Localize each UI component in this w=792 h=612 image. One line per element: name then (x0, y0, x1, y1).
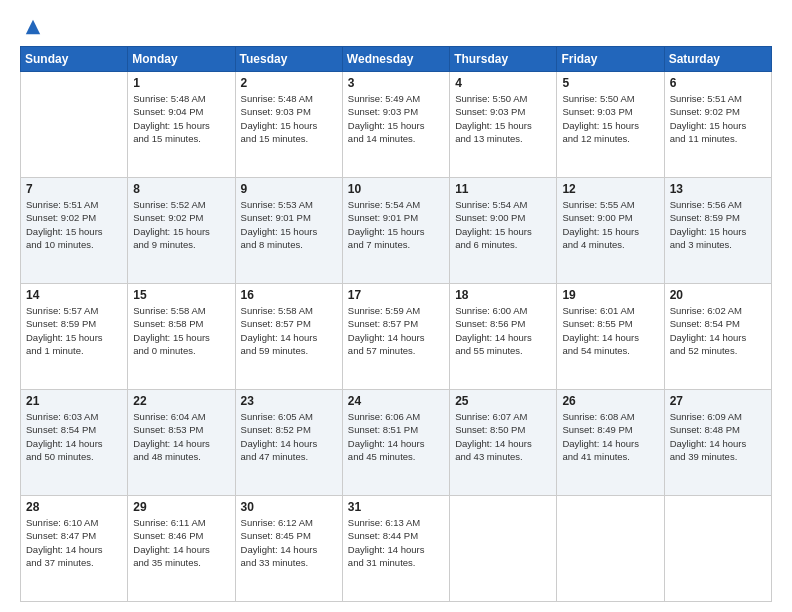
calendar-cell: 14Sunrise: 5:57 AMSunset: 8:59 PMDayligh… (21, 284, 128, 390)
calendar-cell: 26Sunrise: 6:08 AMSunset: 8:49 PMDayligh… (557, 390, 664, 496)
day-info: Sunrise: 5:54 AMSunset: 9:01 PMDaylight:… (348, 198, 444, 251)
weekday-header-monday: Monday (128, 47, 235, 72)
day-number: 24 (348, 394, 444, 408)
calendar-cell: 28Sunrise: 6:10 AMSunset: 8:47 PMDayligh… (21, 496, 128, 602)
day-info: Sunrise: 6:11 AMSunset: 8:46 PMDaylight:… (133, 516, 229, 569)
day-number: 14 (26, 288, 122, 302)
calendar-cell: 29Sunrise: 6:11 AMSunset: 8:46 PMDayligh… (128, 496, 235, 602)
week-row-5: 28Sunrise: 6:10 AMSunset: 8:47 PMDayligh… (21, 496, 772, 602)
calendar-cell: 17Sunrise: 5:59 AMSunset: 8:57 PMDayligh… (342, 284, 449, 390)
day-number: 22 (133, 394, 229, 408)
calendar-table: SundayMondayTuesdayWednesdayThursdayFrid… (20, 46, 772, 602)
calendar-cell: 3Sunrise: 5:49 AMSunset: 9:03 PMDaylight… (342, 72, 449, 178)
calendar-cell: 4Sunrise: 5:50 AMSunset: 9:03 PMDaylight… (450, 72, 557, 178)
weekday-header-saturday: Saturday (664, 47, 771, 72)
day-info: Sunrise: 6:09 AMSunset: 8:48 PMDaylight:… (670, 410, 766, 463)
day-number: 20 (670, 288, 766, 302)
calendar-cell: 1Sunrise: 5:48 AMSunset: 9:04 PMDaylight… (128, 72, 235, 178)
weekday-header-friday: Friday (557, 47, 664, 72)
day-number: 30 (241, 500, 337, 514)
calendar-cell: 31Sunrise: 6:13 AMSunset: 8:44 PMDayligh… (342, 496, 449, 602)
day-info: Sunrise: 6:03 AMSunset: 8:54 PMDaylight:… (26, 410, 122, 463)
day-info: Sunrise: 6:02 AMSunset: 8:54 PMDaylight:… (670, 304, 766, 357)
day-number: 13 (670, 182, 766, 196)
calendar-cell: 13Sunrise: 5:56 AMSunset: 8:59 PMDayligh… (664, 178, 771, 284)
day-info: Sunrise: 6:04 AMSunset: 8:53 PMDaylight:… (133, 410, 229, 463)
day-info: Sunrise: 6:10 AMSunset: 8:47 PMDaylight:… (26, 516, 122, 569)
day-info: Sunrise: 5:53 AMSunset: 9:01 PMDaylight:… (241, 198, 337, 251)
weekday-header-wednesday: Wednesday (342, 47, 449, 72)
calendar-cell (21, 72, 128, 178)
day-number: 17 (348, 288, 444, 302)
calendar-cell: 7Sunrise: 5:51 AMSunset: 9:02 PMDaylight… (21, 178, 128, 284)
logo-icon (24, 18, 42, 36)
day-info: Sunrise: 5:51 AMSunset: 9:02 PMDaylight:… (670, 92, 766, 145)
day-number: 26 (562, 394, 658, 408)
calendar-cell: 8Sunrise: 5:52 AMSunset: 9:02 PMDaylight… (128, 178, 235, 284)
calendar-cell: 18Sunrise: 6:00 AMSunset: 8:56 PMDayligh… (450, 284, 557, 390)
day-info: Sunrise: 6:13 AMSunset: 8:44 PMDaylight:… (348, 516, 444, 569)
day-number: 11 (455, 182, 551, 196)
day-info: Sunrise: 5:58 AMSunset: 8:57 PMDaylight:… (241, 304, 337, 357)
day-number: 18 (455, 288, 551, 302)
day-info: Sunrise: 5:48 AMSunset: 9:04 PMDaylight:… (133, 92, 229, 145)
calendar-cell: 9Sunrise: 5:53 AMSunset: 9:01 PMDaylight… (235, 178, 342, 284)
header (20, 18, 772, 36)
weekday-header-row: SundayMondayTuesdayWednesdayThursdayFrid… (21, 47, 772, 72)
day-info: Sunrise: 5:49 AMSunset: 9:03 PMDaylight:… (348, 92, 444, 145)
day-number: 2 (241, 76, 337, 90)
day-info: Sunrise: 6:06 AMSunset: 8:51 PMDaylight:… (348, 410, 444, 463)
day-number: 9 (241, 182, 337, 196)
page: SundayMondayTuesdayWednesdayThursdayFrid… (0, 0, 792, 612)
day-number: 10 (348, 182, 444, 196)
calendar-cell: 22Sunrise: 6:04 AMSunset: 8:53 PMDayligh… (128, 390, 235, 496)
day-info: Sunrise: 5:56 AMSunset: 8:59 PMDaylight:… (670, 198, 766, 251)
weekday-header-sunday: Sunday (21, 47, 128, 72)
day-number: 19 (562, 288, 658, 302)
day-info: Sunrise: 5:50 AMSunset: 9:03 PMDaylight:… (455, 92, 551, 145)
calendar-cell: 19Sunrise: 6:01 AMSunset: 8:55 PMDayligh… (557, 284, 664, 390)
week-row-2: 7Sunrise: 5:51 AMSunset: 9:02 PMDaylight… (21, 178, 772, 284)
day-number: 5 (562, 76, 658, 90)
calendar-cell (450, 496, 557, 602)
day-info: Sunrise: 5:54 AMSunset: 9:00 PMDaylight:… (455, 198, 551, 251)
week-row-1: 1Sunrise: 5:48 AMSunset: 9:04 PMDaylight… (21, 72, 772, 178)
day-info: Sunrise: 6:12 AMSunset: 8:45 PMDaylight:… (241, 516, 337, 569)
day-info: Sunrise: 6:08 AMSunset: 8:49 PMDaylight:… (562, 410, 658, 463)
day-number: 16 (241, 288, 337, 302)
day-info: Sunrise: 5:52 AMSunset: 9:02 PMDaylight:… (133, 198, 229, 251)
calendar-cell: 21Sunrise: 6:03 AMSunset: 8:54 PMDayligh… (21, 390, 128, 496)
calendar-cell: 30Sunrise: 6:12 AMSunset: 8:45 PMDayligh… (235, 496, 342, 602)
logo (20, 18, 42, 36)
calendar-cell: 24Sunrise: 6:06 AMSunset: 8:51 PMDayligh… (342, 390, 449, 496)
weekday-header-tuesday: Tuesday (235, 47, 342, 72)
svg-marker-0 (26, 20, 40, 34)
day-info: Sunrise: 6:05 AMSunset: 8:52 PMDaylight:… (241, 410, 337, 463)
day-number: 21 (26, 394, 122, 408)
day-info: Sunrise: 5:57 AMSunset: 8:59 PMDaylight:… (26, 304, 122, 357)
day-info: Sunrise: 5:51 AMSunset: 9:02 PMDaylight:… (26, 198, 122, 251)
calendar-cell: 16Sunrise: 5:58 AMSunset: 8:57 PMDayligh… (235, 284, 342, 390)
day-number: 7 (26, 182, 122, 196)
calendar-cell: 25Sunrise: 6:07 AMSunset: 8:50 PMDayligh… (450, 390, 557, 496)
day-info: Sunrise: 6:01 AMSunset: 8:55 PMDaylight:… (562, 304, 658, 357)
day-number: 28 (26, 500, 122, 514)
weekday-header-thursday: Thursday (450, 47, 557, 72)
week-row-4: 21Sunrise: 6:03 AMSunset: 8:54 PMDayligh… (21, 390, 772, 496)
day-number: 15 (133, 288, 229, 302)
day-number: 27 (670, 394, 766, 408)
calendar-cell: 11Sunrise: 5:54 AMSunset: 9:00 PMDayligh… (450, 178, 557, 284)
day-number: 1 (133, 76, 229, 90)
day-number: 6 (670, 76, 766, 90)
day-info: Sunrise: 5:58 AMSunset: 8:58 PMDaylight:… (133, 304, 229, 357)
day-number: 3 (348, 76, 444, 90)
day-info: Sunrise: 6:07 AMSunset: 8:50 PMDaylight:… (455, 410, 551, 463)
day-number: 25 (455, 394, 551, 408)
day-info: Sunrise: 6:00 AMSunset: 8:56 PMDaylight:… (455, 304, 551, 357)
day-number: 31 (348, 500, 444, 514)
calendar-cell: 10Sunrise: 5:54 AMSunset: 9:01 PMDayligh… (342, 178, 449, 284)
calendar-cell: 2Sunrise: 5:48 AMSunset: 9:03 PMDaylight… (235, 72, 342, 178)
day-info: Sunrise: 5:50 AMSunset: 9:03 PMDaylight:… (562, 92, 658, 145)
calendar-cell: 20Sunrise: 6:02 AMSunset: 8:54 PMDayligh… (664, 284, 771, 390)
week-row-3: 14Sunrise: 5:57 AMSunset: 8:59 PMDayligh… (21, 284, 772, 390)
